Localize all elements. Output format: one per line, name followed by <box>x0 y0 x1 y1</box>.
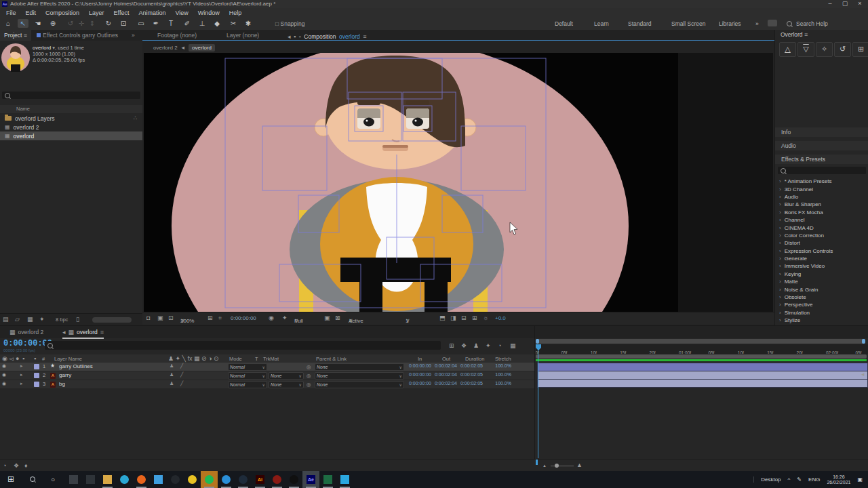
tab-project[interactable]: Project ≡ <box>0 30 31 41</box>
interpret-footage-icon[interactable]: ▤ <box>3 317 9 323</box>
new-folder-icon[interactable]: ▱ <box>15 317 20 323</box>
trkmat-column-label[interactable]: TrkMat <box>263 356 279 362</box>
pen-tray-icon[interactable]: ✎ <box>797 476 802 483</box>
selection-tool-icon[interactable]: ↖ <box>18 19 28 28</box>
effects-category[interactable]: › Expression Controls <box>775 247 868 255</box>
overlord-sparkle-button[interactable]: ✧ <box>816 42 833 57</box>
visibility-eye-icon[interactable]: ◉ <box>2 381 6 386</box>
workspace-standard[interactable]: Standard <box>628 20 652 27</box>
composition-mini-flowchart-icon[interactable]: ⊞ <box>449 343 454 349</box>
panel-collapse-nub-icon[interactable]: ◂ <box>861 371 865 378</box>
project-scrollbar[interactable] <box>92 317 132 323</box>
pen-tool-icon[interactable]: ✒ <box>151 19 161 28</box>
stretch-value[interactable]: 100.0% <box>483 363 511 368</box>
overlord-panel-header[interactable]: Overlord ≡ <box>781 31 808 38</box>
effects-category[interactable]: › Channel <box>775 216 868 224</box>
project-item-row[interactable]: ▦ overlord Layers ∴ <box>0 114 142 123</box>
draft-3d-icon[interactable]: ❖ <box>461 343 467 349</box>
channel-icon[interactable]: ✦ <box>282 315 288 321</box>
viewer-timecode[interactable]: 0:00:00:00 <box>231 315 256 321</box>
mirror-viewer-icon[interactable]: ⊡ <box>168 315 174 321</box>
info-panel-header[interactable]: Info <box>775 127 868 137</box>
trash-icon[interactable]: ▯ <box>76 317 79 323</box>
layer-name[interactable]: garry <box>59 372 71 378</box>
effects-category[interactable]: › Noise & Grain <box>775 285 868 293</box>
menu-item[interactable]: File <box>1 9 21 16</box>
taskbar-app[interactable] <box>99 471 116 488</box>
parent-link-column-label[interactable]: Parent & Link <box>316 356 347 362</box>
duration-column-label[interactable]: Duration <box>465 356 484 362</box>
taskbar-app[interactable] <box>82 471 99 488</box>
in-value[interactable]: 0:00:00:00 <box>406 372 431 377</box>
tabs-overflow-chevron[interactable]: » <box>127 30 139 41</box>
trkmat-dropdown[interactable]: None∨ <box>269 381 304 388</box>
rotation-tool-icon[interactable]: ↻ <box>103 19 114 28</box>
duration-value[interactable]: 0:00:02:05 <box>457 363 483 368</box>
trkmat-dropdown[interactable]: None∨ <box>269 372 304 380</box>
effects-category[interactable]: › CINEMA 4D <box>775 224 868 231</box>
toggle-switches-icon[interactable]: ◔ <box>3 463 6 469</box>
taskbar-app[interactable] <box>116 471 133 488</box>
exposure-reset-icon[interactable]: ☼ <box>483 315 488 321</box>
taskbar-app[interactable] <box>319 471 336 488</box>
parent-link-dropdown[interactable]: None∨ <box>315 381 404 388</box>
project-item-name[interactable]: overlord 2 <box>14 124 39 131</box>
graph-editor-icon[interactable]: ▦ <box>510 343 516 349</box>
expand-chevron-icon[interactable]: › <box>779 225 781 231</box>
effects-category[interactable]: › Obsolete <box>775 293 868 301</box>
new-composition-icon[interactable]: ▦ <box>27 317 33 323</box>
work-area-bar[interactable] <box>536 354 867 359</box>
zoom-tool-icon[interactable]: ⊕ <box>47 19 58 28</box>
menu-item[interactable]: Composition <box>41 9 84 16</box>
toggle-modes-icon[interactable]: ❖ <box>14 463 19 469</box>
layer-label-color[interactable] <box>34 364 39 369</box>
expand-chevron-icon[interactable]: › <box>779 317 781 323</box>
expand-chevron-icon[interactable]: › <box>779 256 781 262</box>
overlord-pull-to-ai-button[interactable]: ▽ <box>797 42 814 57</box>
expand-chevron-icon[interactable]: › <box>779 217 781 223</box>
effects-category[interactable]: › 3D Channel <box>775 185 868 192</box>
layer-name-column-label[interactable]: Layer Name <box>54 356 82 362</box>
toggle-keys-icon[interactable]: ♦ <box>24 463 28 469</box>
language-indicator[interactable]: ENG <box>808 476 820 483</box>
time-navigator-bar[interactable] <box>536 339 865 344</box>
in-column-label[interactable]: In <box>418 356 422 362</box>
project-item-name[interactable]: overlord <box>14 133 35 140</box>
overlord-new-doc-button[interactable]: ⊞ <box>852 42 868 57</box>
playhead-handle[interactable] <box>536 344 541 348</box>
minimize-button[interactable]: – <box>823 0 837 7</box>
layer-label-color[interactable] <box>34 373 39 378</box>
layer-expand-chevron[interactable]: ▸ <box>20 381 23 386</box>
pickwhip-icon[interactable]: ◎ <box>307 382 311 388</box>
menu-item[interactable]: View <box>170 9 193 16</box>
in-value[interactable]: 0:00:00:00 <box>406 381 431 386</box>
duration-value[interactable]: 0:00:02:05 <box>457 381 483 386</box>
parent-link-dropdown[interactable]: None∨ <box>315 372 404 380</box>
effects-category[interactable]: › Distort <box>775 239 868 247</box>
effects-category[interactable]: › * Animation Presets <box>775 178 868 185</box>
snapping-checkbox[interactable]: □ Snapping <box>275 20 304 27</box>
expand-chevron-icon[interactable]: › <box>779 271 781 277</box>
back-chevron-icon[interactable]: ◂ <box>288 33 291 40</box>
panel-menu-icon[interactable]: ≡ <box>363 33 366 40</box>
search-help-label[interactable]: Search Help <box>796 20 828 27</box>
start-button[interactable]: ⊞ <box>1 471 20 488</box>
project-item-row[interactable]: ▦ overlord ∴ <box>0 131 142 140</box>
back-chevron-icon[interactable]: ◂ <box>62 329 66 336</box>
camera-tool-icon[interactable]: ⊡ <box>118 19 129 28</box>
taskbar-app[interactable] <box>235 471 252 488</box>
color-depth-label[interactable]: 8 bpc <box>56 317 68 323</box>
panel-menu-icon[interactable]: ≡ <box>24 32 27 39</box>
overlord-push-to-ae-button[interactable]: △ <box>779 42 796 57</box>
exposure-value[interactable]: +0.0 <box>495 315 506 321</box>
zoom-in-mountain-icon[interactable]: ▲ <box>576 462 583 468</box>
expand-chevron-icon[interactable]: › <box>779 186 781 192</box>
blend-mode-dropdown[interactable]: Normal∨ <box>228 363 267 371</box>
project-item-name[interactable]: overlord Layers <box>15 115 55 122</box>
shy-layers-icon[interactable]: ♟ <box>473 343 479 349</box>
project-columns-header[interactable]: Name <box>0 105 142 113</box>
timeline-search-input[interactable] <box>45 341 441 350</box>
taskbar-app[interactable] <box>133 471 150 488</box>
breadcrumb-parent[interactable]: overlord 2 <box>153 45 178 51</box>
taskbar-app[interactable] <box>184 471 201 488</box>
